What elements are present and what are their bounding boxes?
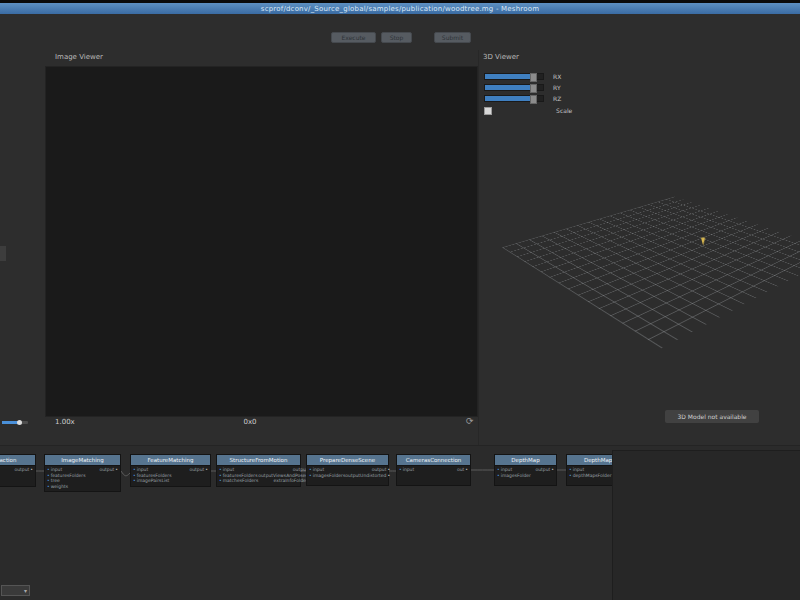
- rx-slider-row: RX: [484, 66, 561, 74]
- node-title[interactable]: FeatureExtraction: [0, 455, 35, 466]
- submit-button[interactable]: Submit: [434, 32, 471, 43]
- window-title: scprof/dconv/_Source_global/samples/publ…: [261, 5, 539, 13]
- chevron-down-icon: ▾: [24, 587, 27, 594]
- 3d-grid: [502, 197, 800, 348]
- model-status-badge: 3D Model not available: [665, 410, 759, 423]
- image-viewer-resolution: 0x0: [230, 418, 270, 426]
- port-label: extraInfoFolder: [258, 478, 311, 484]
- port-label: out: [457, 467, 468, 473]
- node-inputs: inputimagesFolder: [497, 467, 531, 483]
- viewer-gain-slider[interactable]: [2, 421, 28, 424]
- node-outputs: outputoutputViewsAndPosesextraInfoFolder: [258, 467, 311, 484]
- node-outputs: output: [100, 467, 119, 489]
- node-outputs: output: [190, 467, 209, 484]
- node-title[interactable]: ImageMatching: [45, 455, 120, 466]
- node-outputs: out: [457, 467, 468, 483]
- port-label: matchesFolders: [219, 478, 258, 484]
- port-label: output: [100, 467, 119, 473]
- port-label: output: [190, 467, 209, 473]
- rz-slider-row: RZ: [484, 88, 561, 96]
- node-inputs: inputfeaturesFoldersimagePairsList: [133, 467, 172, 484]
- panel-divider: [478, 50, 479, 445]
- node-camerasconnection[interactable]: CamerasConnection input out: [396, 454, 471, 486]
- node-title[interactable]: DepthMap: [495, 455, 556, 466]
- image-viewer-zoom-level: 1.00x: [55, 418, 75, 426]
- image-viewer-canvas[interactable]: [45, 66, 478, 417]
- node-imagematching[interactable]: ImageMatching inputfeaturesFolderstreewe…: [44, 454, 121, 492]
- node-outputs: outputoutputUndistorted: [345, 467, 390, 483]
- node-structurefrommotion[interactable]: StructureFromMotion inputfeaturesFolders…: [216, 454, 301, 487]
- node-featureextraction[interactable]: FeatureExtraction inputdescriberTypesdes…: [0, 454, 36, 487]
- node-inputs: inputimagesFolders: [309, 467, 345, 483]
- node-inputs: input: [399, 467, 414, 483]
- execute-button[interactable]: Execute: [331, 32, 376, 43]
- image-viewer-title: Image Viewer: [55, 53, 103, 61]
- ry-slider-row: RY: [484, 77, 561, 85]
- window-titlebar: scprof/dconv/_Source_global/samples/publ…: [0, 3, 800, 14]
- node-outputs: output: [536, 467, 555, 483]
- meshroom-window: scprof/dconv/_Source_global/samples/publ…: [0, 0, 800, 600]
- port-label: outputUndistorted: [345, 473, 390, 479]
- stop-button[interactable]: Stop: [381, 32, 412, 43]
- port-label: input: [399, 467, 414, 473]
- 3d-viewer-title: 3D Viewer: [483, 53, 519, 61]
- scale-checkbox[interactable]: [484, 107, 492, 115]
- node-title[interactable]: StructureFromMotion: [217, 455, 300, 466]
- scale-label: Scale: [556, 107, 572, 114]
- port-label: depthMapsFolder: [569, 473, 612, 479]
- node-depthmap[interactable]: DepthMap inputimagesFolder output: [494, 454, 557, 486]
- port-label: imagesFolders: [309, 473, 345, 479]
- node-inputs: inputfeaturesFolderstreeweights: [47, 467, 86, 489]
- node-featurematching[interactable]: FeatureMatching inputfeaturesFoldersimag…: [130, 454, 211, 487]
- node-inputs: inputfeaturesFoldersmatchesFolders: [219, 467, 258, 484]
- graph-zoom-select[interactable]: ▾: [1, 585, 30, 596]
- node-preparedensescene[interactable]: PrepareDenseScene inputimagesFolders out…: [306, 454, 389, 486]
- cursor-icon: [701, 237, 707, 246]
- port-label: output: [536, 467, 555, 473]
- slider-handle[interactable]: [17, 420, 22, 425]
- port-label: imagePairsList: [133, 478, 172, 484]
- refresh-icon[interactable]: ⟳: [466, 416, 474, 426]
- port-label: weights: [47, 484, 86, 490]
- graph-side-panel: [612, 450, 800, 600]
- node-title[interactable]: FeatureMatching: [131, 455, 210, 466]
- scale-row: Scale: [484, 100, 572, 108]
- port-label: output: [15, 467, 34, 473]
- node-outputs: output: [15, 467, 34, 484]
- 3d-viewport[interactable]: [540, 160, 800, 360]
- port-label: imagesFolder: [497, 473, 531, 479]
- panel-collapse-handle[interactable]: [0, 246, 6, 261]
- node-inputs: inputdepthMapsFolder: [569, 467, 612, 483]
- node-title[interactable]: PrepareDenseScene: [307, 455, 388, 466]
- node-title[interactable]: CamerasConnection: [397, 455, 470, 466]
